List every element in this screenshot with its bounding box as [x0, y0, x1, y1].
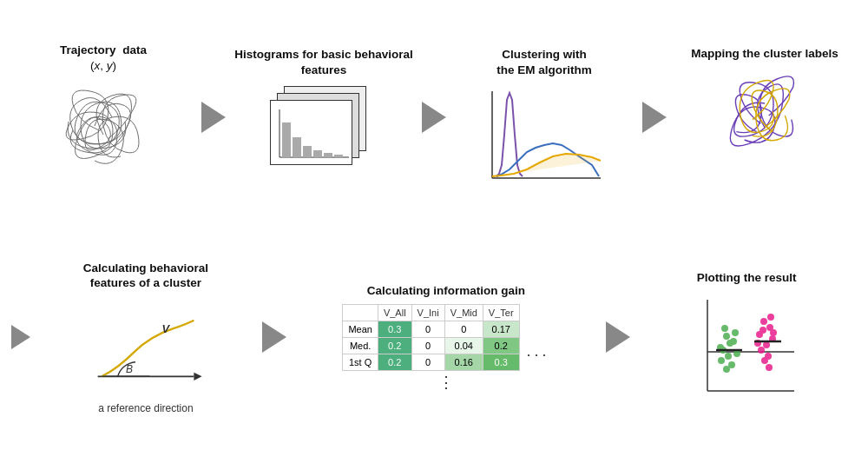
mapping-visual — [704, 67, 825, 189]
table-row: Mean 0.3 0 0 0.17 — [343, 321, 519, 337]
svg-point-23 — [718, 357, 725, 364]
col-header-3: V_Mid — [444, 304, 483, 321]
info-gain-wrapper: V_All V_Ini V_Mid V_Ter Mean 0.3 0 0 0.1 — [342, 304, 549, 371]
svg-point-41 — [770, 329, 777, 336]
arrow-shape-5 — [606, 321, 630, 353]
trajectory-visual — [51, 78, 155, 191]
step-trajectory: Trajectory data(x, y) — [9, 9, 198, 226]
step-mapping: Mapping the cluster labels — [670, 9, 859, 226]
cell-med-vter: 0.2 — [483, 337, 519, 354]
info-gain-table: V_All V_Ini V_Mid V_Ter Mean 0.3 0 0 0.1 — [342, 304, 519, 371]
col-header-0 — [343, 304, 378, 321]
svg-text:V: V — [161, 321, 170, 334]
cell-mean-vall: 0.3 — [378, 321, 411, 337]
step2-title: Histograms for basic behavioral features — [233, 47, 415, 77]
cell-mean-vini: 0 — [411, 321, 444, 337]
step7-title: Plotting the result — [697, 270, 797, 286]
ellipsis-vertical: ⋮ — [438, 373, 454, 392]
step5-title: Calculating behavioralfeatures of a clus… — [83, 261, 208, 291]
step3-title: Clustering withthe EM algorithm — [496, 47, 592, 77]
table-row: 1st Q 0.2 0 0.16 0.3 — [343, 354, 519, 370]
arrow-shape-1 — [201, 102, 226, 133]
step-histograms: Histograms for basic behavioral features — [229, 9, 418, 226]
reference-direction-label: a reference direction — [98, 402, 193, 414]
col-header-2: V_Ini — [411, 304, 444, 321]
arrow-3 — [639, 102, 670, 133]
table-row: Med. 0.2 0 0.04 0.2 — [343, 337, 519, 354]
row-1: Trajectory data(x, y) Histograms for bas… — [9, 9, 859, 226]
svg-point-18 — [723, 333, 730, 340]
cell-1stq-vall: 0.2 — [378, 354, 411, 370]
svg-rect-5 — [313, 150, 322, 157]
calc-features-visual: V B — [85, 296, 207, 400]
ellipsis-horizontal: ··· — [527, 311, 550, 364]
svg-point-29 — [732, 329, 739, 336]
hist-chart — [271, 101, 353, 166]
arrow-shape-2 — [422, 102, 446, 133]
svg-point-42 — [760, 327, 766, 334]
svg-rect-2 — [282, 122, 291, 157]
pipeline-container: Trajectory data(x, y) Histograms for bas… — [0, 0, 868, 450]
col-header-1: V_All — [378, 304, 411, 321]
svg-point-39 — [767, 314, 774, 321]
step1-title: Trajectory data(x, y) — [60, 43, 147, 73]
svg-point-38 — [761, 357, 768, 364]
svg-point-25 — [723, 366, 730, 373]
svg-rect-6 — [324, 153, 332, 157]
arrow-1 — [198, 102, 229, 133]
row-label-2: Med. — [343, 337, 378, 354]
cell-1stq-vter: 0.3 — [483, 354, 519, 370]
step-info-gain: Calculating information gain V_All V_Ini… — [290, 229, 602, 447]
step6-title: Calculating information gain — [367, 283, 525, 299]
step-calc-features: Calculating behavioralfeatures of a clus… — [33, 229, 259, 447]
cell-med-vini: 0 — [411, 337, 444, 354]
histograms-visual — [263, 83, 385, 187]
hist-card-1 — [270, 100, 352, 165]
row-2: Calculating behavioralfeatures of a clus… — [9, 229, 859, 447]
cell-med-vall: 0.2 — [378, 337, 411, 354]
cell-mean-vter: 0.17 — [483, 321, 519, 337]
step-clustering: Clustering withthe EM algorithm — [450, 9, 639, 226]
step4-title: Mapping the cluster labels — [691, 46, 838, 62]
arrow-shape-row2-start — [11, 325, 30, 349]
svg-marker-11 — [194, 372, 201, 380]
svg-point-31 — [760, 318, 767, 325]
cell-1stq-vmid: 0.16 — [444, 354, 483, 370]
arrow-2 — [418, 102, 450, 133]
arrow-shape-4 — [262, 321, 286, 353]
svg-rect-3 — [293, 137, 301, 157]
col-header-4: V_Ter — [483, 304, 519, 321]
row-label-1: Mean — [343, 321, 378, 337]
svg-rect-7 — [334, 155, 343, 157]
plot-result-visual — [690, 291, 803, 404]
cell-med-vmid: 0.04 — [444, 337, 483, 354]
svg-point-21 — [725, 353, 732, 360]
svg-point-26 — [721, 325, 728, 332]
svg-text:B: B — [126, 362, 133, 374]
svg-point-36 — [758, 347, 765, 354]
arrow-4 — [259, 321, 290, 353]
row-label-3: 1st Q — [343, 354, 378, 370]
cell-mean-vmid: 0 — [444, 321, 483, 337]
svg-rect-4 — [303, 146, 312, 157]
arrow-shape-3 — [642, 102, 667, 133]
arrow-5 — [602, 321, 634, 353]
step-plot-result: Plotting the result — [634, 229, 859, 447]
svg-point-43 — [766, 364, 773, 371]
svg-point-22 — [730, 338, 737, 345]
clustering-visual — [483, 83, 605, 187]
cell-1stq-vini: 0 — [411, 354, 444, 370]
arrow-row2-start — [9, 325, 33, 349]
